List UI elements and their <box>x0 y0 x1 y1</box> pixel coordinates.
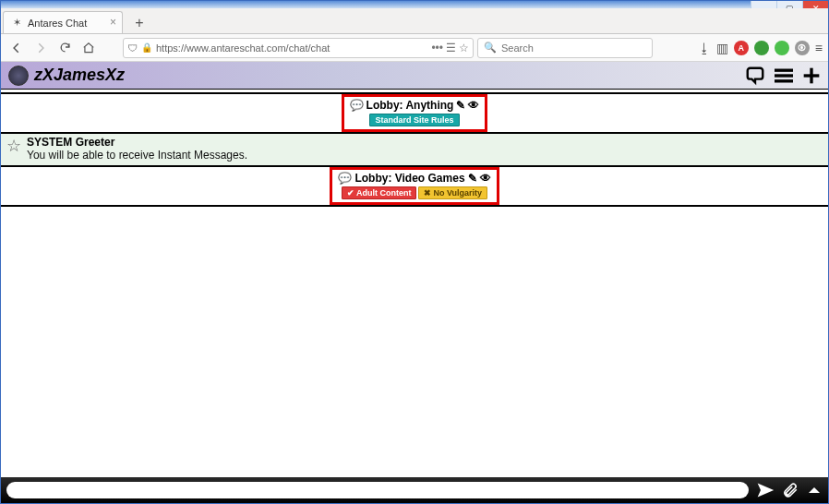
extension-green2-icon[interactable] <box>775 41 789 55</box>
tag-text: Standard Site Rules <box>375 115 453 125</box>
window-titlebar: — ▢ ✕ <box>1 1 828 8</box>
system-body: You will be able to receive Instant Mess… <box>27 149 247 162</box>
tab-close-button[interactable]: × <box>110 16 116 29</box>
lobby-tag: Standard Site Rules <box>369 114 459 126</box>
toolbar-extensions: ⭳ ▥ A ⦿ ≡ <box>698 41 823 55</box>
lobby-title: Lobby: Video Games <box>354 172 464 185</box>
send-icon[interactable] <box>756 481 775 499</box>
menu-icon[interactable] <box>775 66 793 85</box>
chat-icon: 💬 <box>350 99 364 112</box>
chat-icon: 💬 <box>338 172 352 185</box>
eye-icon[interactable]: 👁 <box>480 172 491 185</box>
edit-pencil-icon[interactable]: ✎ <box>468 172 477 185</box>
url-input[interactable] <box>156 42 427 54</box>
nav-back-button[interactable] <box>6 38 27 58</box>
tag-text: No Vulgarity <box>433 188 482 198</box>
nav-home-button[interactable] <box>78 38 99 58</box>
nav-forward-button[interactable] <box>30 38 51 58</box>
new-tab-button[interactable]: + <box>128 13 150 33</box>
username-label: zXJamesXz <box>34 66 125 85</box>
svg-rect-2 <box>775 79 793 82</box>
chat-header: zXJamesXz <box>1 62 828 90</box>
lock-icon: 🔒 <box>141 42 152 53</box>
lobby-tag: ✖ No Vulgarity <box>418 186 487 199</box>
tag-text: Adult Content <box>356 188 411 198</box>
add-icon[interactable] <box>802 66 821 85</box>
extension-green1-icon[interactable] <box>754 41 769 55</box>
lobby-highlight-box: 💬 Lobby: Anything ✎ 👁 Standard Site Rule… <box>342 94 488 132</box>
downloads-icon[interactable]: ⭳ <box>698 41 711 55</box>
browser-toolbar: 🛡 🔒 ••• ☰ ☆ 🔍 ⭳ ▥ A ⦿ ≡ <box>1 34 828 62</box>
app-menu-icon[interactable]: ≡ <box>815 41 823 55</box>
expand-up-icon[interactable] <box>806 482 823 498</box>
tab-title: Antares Chat <box>28 18 87 29</box>
composer-bar <box>1 477 828 503</box>
bookmark-star-icon[interactable]: ☆ <box>459 42 469 54</box>
library-icon[interactable]: ▥ <box>716 41 728 55</box>
chat-body: 💬 Lobby: Anything ✎ 👁 Standard Site Rule… <box>1 90 828 477</box>
message-input[interactable] <box>6 482 749 498</box>
user-avatar[interactable] <box>8 66 29 86</box>
search-icon: 🔍 <box>484 42 497 54</box>
svg-rect-1 <box>775 74 793 77</box>
system-star-icon: ☆ <box>6 138 21 154</box>
account-icon[interactable]: ⦿ <box>795 41 810 55</box>
url-bar[interactable]: 🛡 🔒 ••• ☰ ☆ <box>123 38 474 58</box>
search-input[interactable] <box>501 42 646 54</box>
extension-adblock-icon[interactable]: A <box>734 41 749 55</box>
edit-pencil-icon[interactable]: ✎ <box>456 99 465 112</box>
system-message-row: ☆ SYSTEM Greeter You will be able to rec… <box>1 133 828 166</box>
tag-icon: ✖ <box>424 188 431 198</box>
reader-mode-icon[interactable]: ☰ <box>446 42 456 54</box>
svg-rect-4 <box>804 74 820 77</box>
lobby-tag: ✔ Adult Content <box>342 186 416 199</box>
shield-icon: 🛡 <box>127 42 138 54</box>
tab-favicon-star-icon: ✶ <box>11 18 22 29</box>
chat-bubble-icon[interactable] <box>745 66 765 86</box>
page-actions-icon[interactable]: ••• <box>431 42 443 54</box>
browser-tab-active[interactable]: ✶ Antares Chat × <box>3 11 123 33</box>
lobby-header: 💬 Lobby: Video Games ✎ 👁 ✔ Adult Content… <box>1 166 828 206</box>
search-bar[interactable]: 🔍 <box>477 38 653 58</box>
system-sender: SYSTEM Greeter <box>27 136 247 149</box>
eye-icon[interactable]: 👁 <box>468 99 479 112</box>
lobby-title: Lobby: Anything <box>366 99 454 112</box>
svg-rect-0 <box>775 68 793 71</box>
attach-icon[interactable] <box>782 482 799 498</box>
tag-icon: ✔ <box>347 188 354 198</box>
lobby-header: 💬 Lobby: Anything ✎ 👁 Standard Site Rule… <box>1 93 828 133</box>
lobby-highlight-box: 💬 Lobby: Video Games ✎ 👁 ✔ Adult Content… <box>330 167 499 205</box>
browser-tabstrip: ✶ Antares Chat × + <box>1 8 828 34</box>
nav-reload-button[interactable] <box>54 38 75 58</box>
